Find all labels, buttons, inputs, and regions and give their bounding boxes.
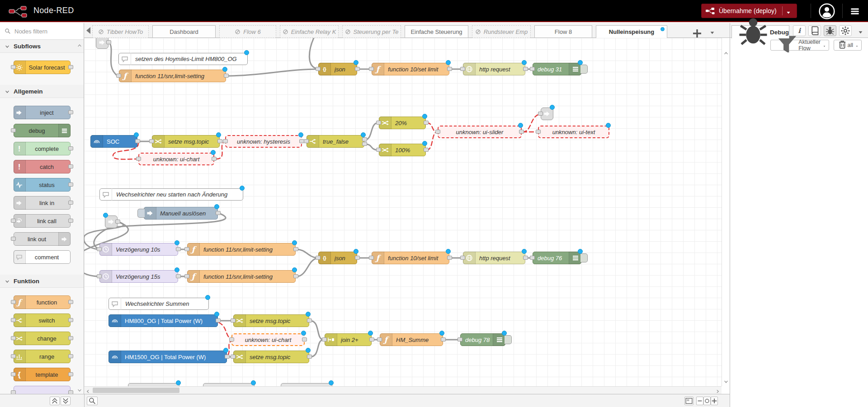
port[interactable]: [136, 157, 141, 161]
flow-node-json-1[interactable]: {}json: [318, 63, 357, 75]
wire[interactable]: [309, 38, 317, 69]
flow-node-setze-topic-1[interactable]: setze msg.topic: [152, 135, 220, 148]
flow-node-func10-a[interactable]: ƒfunction 10/set limit: [372, 63, 449, 75]
flow-node-func11-a[interactable]: ƒfunction 11/snr,limit-setting: [119, 70, 226, 82]
port[interactable]: [97, 247, 102, 251]
palette-node-link-call[interactable]: link call: [14, 214, 71, 228]
canvas-vertical-scrollbar[interactable]: [722, 38, 730, 386]
flow-tab-rundsteuer-emp[interactable]: Rundsteuer Emp: [472, 25, 531, 38]
zoom-reset-button[interactable]: [703, 397, 711, 405]
port[interactable]: [458, 337, 462, 342]
flow-node-func11-b[interactable]: ƒfunction 11/snr,limit-setting: [187, 243, 296, 256]
palette-node-switch[interactable]: switch: [14, 313, 71, 327]
wire[interactable]: [310, 340, 324, 357]
debug-toggle-button[interactable]: [580, 65, 588, 74]
flow-node-inject-manuell[interactable]: Manuell auslösen: [144, 207, 218, 220]
port[interactable]: [68, 318, 73, 322]
port[interactable]: [11, 372, 16, 376]
port[interactable]: [536, 130, 541, 134]
wire[interactable]: [365, 123, 378, 140]
port[interactable]: [11, 65, 16, 69]
inject-button[interactable]: [137, 209, 145, 218]
flow-node-comment-summen[interactable]: Wechselrichter Summen: [108, 298, 209, 310]
port[interactable]: [460, 67, 465, 71]
config-tab-button[interactable]: [839, 25, 852, 36]
flow-node-setze-topic-2[interactable]: setze msg.topic: [233, 314, 309, 327]
flow-tab-einfache-relay-k[interactable]: Einfache Relay K: [280, 25, 339, 38]
port[interactable]: [229, 337, 234, 342]
port[interactable]: [11, 390, 16, 394]
scroll-right-icon[interactable]: [715, 388, 720, 393]
palette-section-subflows[interactable]: Subflows: [0, 40, 84, 53]
port[interactable]: [217, 139, 222, 143]
broken-wire[interactable]: [228, 342, 231, 355]
port[interactable]: [11, 354, 16, 358]
help-tab-button[interactable]: [808, 25, 821, 36]
port[interactable]: [11, 219, 16, 223]
port[interactable]: [68, 182, 73, 187]
palette-node-link-in[interactable]: link in: [14, 196, 71, 210]
port[interactable]: [68, 300, 73, 304]
flow-node-hm800[interactable]: HM800_OG | Total Power (W): [108, 314, 218, 327]
flow-node-join-2[interactable]: join 2+: [325, 333, 372, 346]
port[interactable]: [176, 247, 181, 251]
flow-node-link-in-top[interactable]: [96, 38, 108, 49]
palette-search[interactable]: [0, 23, 84, 40]
port[interactable]: [355, 256, 360, 260]
flow-tab-einfache-steuerung[interactable]: Einfache Steuerung: [405, 25, 468, 38]
palette-search-input[interactable]: [14, 28, 69, 35]
port[interactable]: [68, 110, 73, 114]
port[interactable]: [523, 67, 528, 71]
port[interactable]: [231, 355, 236, 359]
palette-node-status[interactable]: status: [14, 178, 71, 192]
port[interactable]: [11, 318, 16, 322]
port[interactable]: [68, 65, 73, 69]
sidebar-menu-caret-icon[interactable]: [858, 28, 863, 33]
port[interactable]: [293, 247, 298, 251]
flow-node-hm1500[interactable]: HM1500_OG | Total Power (W): [108, 351, 227, 363]
port[interactable]: [115, 220, 120, 224]
port[interactable]: [355, 67, 360, 71]
port[interactable]: [106, 40, 111, 44]
palette-node-function[interactable]: ƒfunction: [14, 295, 71, 309]
tab-debug[interactable]: Debug: [731, 25, 789, 38]
port[interactable]: [11, 300, 16, 304]
flow-tab-nulleinspeisung[interactable]: Nulleinspeisung: [596, 25, 667, 38]
debug-filter-button[interactable]: Aktueller Flow: [770, 40, 829, 51]
flow-tab-flow-8[interactable]: Flow 8: [534, 25, 592, 38]
port[interactable]: [447, 67, 452, 71]
port[interactable]: [316, 256, 321, 260]
port[interactable]: [369, 337, 374, 342]
port[interactable]: [116, 74, 121, 78]
flow-node-verz-10s[interactable]: Verzögerung 10s: [99, 243, 178, 256]
port[interactable]: [149, 139, 154, 143]
flow-node-http-1[interactable]: http request: [463, 63, 525, 75]
flow-node-json-2[interactable]: {}json: [318, 252, 357, 264]
port[interactable]: [184, 247, 189, 251]
debug-toggle-button[interactable]: [580, 253, 588, 262]
palette-node-debug[interactable]: debug: [14, 124, 71, 137]
flow-node-func10-b[interactable]: ƒfunction 10/set limit: [372, 252, 449, 264]
port[interactable]: [68, 201, 73, 205]
port[interactable]: [435, 130, 440, 134]
flow-node-true-false[interactable]: true_false: [307, 135, 364, 148]
flow-node-partial-1[interactable]: [128, 383, 179, 386]
palette-node-catch[interactable]: !catch: [14, 160, 71, 173]
palette-node-change[interactable]: change: [14, 332, 71, 345]
port[interactable]: [224, 74, 229, 78]
port[interactable]: [424, 121, 429, 125]
scroll-left-icon[interactable]: [85, 388, 90, 393]
port[interactable]: [68, 146, 73, 150]
port[interactable]: [369, 67, 374, 71]
flow-node-setze-topic-3[interactable]: setze msg.topic: [233, 351, 309, 363]
port[interactable]: [376, 121, 381, 125]
port[interactable]: [307, 318, 312, 323]
port[interactable]: [97, 274, 102, 278]
broken-wire[interactable]: [219, 323, 231, 339]
deploy-caret-icon[interactable]: [786, 9, 791, 13]
navigator-button[interactable]: [684, 397, 693, 405]
flow-node-unknown-ui-chart-1[interactable]: unknown: ui-chart: [138, 153, 214, 165]
flow-node-unknown-ui-text[interactable]: unknown: ui-text: [538, 126, 609, 138]
port[interactable]: [307, 355, 312, 359]
wire[interactable]: [297, 249, 317, 258]
